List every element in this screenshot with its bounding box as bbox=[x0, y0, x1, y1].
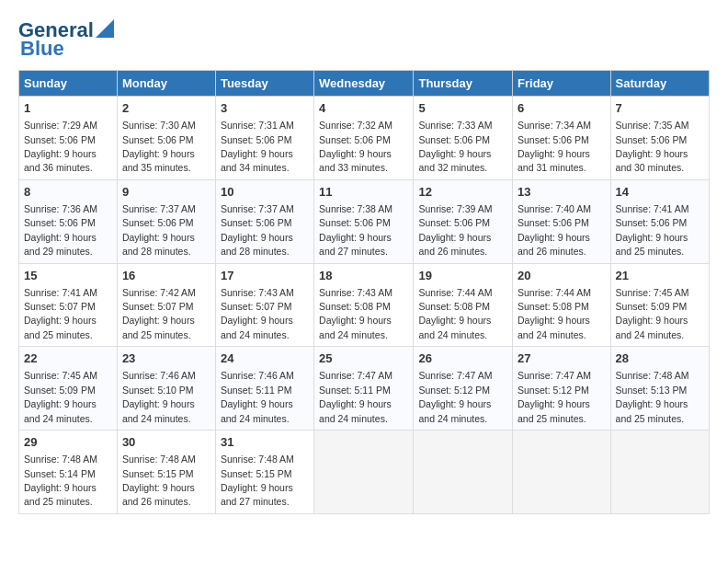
day-cell: 23Sunrise: 7:46 AM Sunset: 5:10 PM Dayli… bbox=[117, 347, 215, 431]
col-header-thursday: Thursday bbox=[414, 71, 513, 97]
day-cell bbox=[610, 431, 709, 514]
day-number: 30 bbox=[122, 434, 210, 451]
col-header-friday: Friday bbox=[513, 71, 611, 97]
day-info: Sunrise: 7:46 AM Sunset: 5:10 PM Dayligh… bbox=[122, 370, 196, 423]
col-header-saturday: Saturday bbox=[610, 71, 709, 97]
day-number: 6 bbox=[518, 100, 606, 117]
day-info: Sunrise: 7:43 AM Sunset: 5:07 PM Dayligh… bbox=[221, 287, 294, 340]
day-info: Sunrise: 7:43 AM Sunset: 5:08 PM Dayligh… bbox=[319, 287, 392, 340]
day-number: 16 bbox=[122, 268, 210, 284]
day-cell: 28Sunrise: 7:48 AM Sunset: 5:13 PM Dayli… bbox=[610, 347, 709, 431]
week-row-1: 1Sunrise: 7:29 AM Sunset: 5:06 PM Daylig… bbox=[19, 97, 710, 180]
day-info: Sunrise: 7:46 AM Sunset: 5:11 PM Dayligh… bbox=[221, 370, 294, 423]
day-number: 1 bbox=[24, 100, 112, 117]
day-number: 19 bbox=[418, 268, 507, 284]
day-cell: 10Sunrise: 7:37 AM Sunset: 5:06 PM Dayli… bbox=[215, 179, 313, 263]
day-cell: 17Sunrise: 7:43 AM Sunset: 5:07 PM Dayli… bbox=[215, 263, 313, 347]
day-info: Sunrise: 7:33 AM Sunset: 5:06 PM Dayligh… bbox=[418, 120, 492, 173]
day-number: 12 bbox=[418, 184, 507, 201]
day-number: 21 bbox=[616, 268, 704, 284]
day-cell: 9Sunrise: 7:37 AM Sunset: 5:06 PM Daylig… bbox=[117, 179, 215, 263]
day-number: 20 bbox=[518, 268, 606, 284]
day-info: Sunrise: 7:48 AM Sunset: 5:13 PM Dayligh… bbox=[616, 370, 689, 423]
day-info: Sunrise: 7:48 AM Sunset: 5:14 PM Dayligh… bbox=[24, 454, 97, 507]
day-number: 5 bbox=[418, 100, 507, 117]
header-row: SundayMondayTuesdayWednesdayThursdayFrid… bbox=[19, 71, 710, 97]
day-info: Sunrise: 7:45 AM Sunset: 5:09 PM Dayligh… bbox=[24, 370, 97, 423]
day-info: Sunrise: 7:38 AM Sunset: 5:06 PM Dayligh… bbox=[319, 203, 392, 257]
day-info: Sunrise: 7:48 AM Sunset: 5:15 PM Dayligh… bbox=[221, 454, 294, 507]
day-cell: 1Sunrise: 7:29 AM Sunset: 5:06 PM Daylig… bbox=[19, 97, 118, 180]
day-cell: 7Sunrise: 7:35 AM Sunset: 5:06 PM Daylig… bbox=[610, 97, 709, 180]
day-cell: 22Sunrise: 7:45 AM Sunset: 5:09 PM Dayli… bbox=[19, 347, 118, 431]
day-number: 3 bbox=[221, 100, 309, 117]
day-cell: 4Sunrise: 7:32 AM Sunset: 5:06 PM Daylig… bbox=[314, 97, 414, 180]
col-header-wednesday: Wednesday bbox=[314, 71, 414, 97]
day-number: 24 bbox=[221, 350, 309, 367]
day-cell: 30Sunrise: 7:48 AM Sunset: 5:15 PM Dayli… bbox=[117, 431, 215, 514]
day-cell: 18Sunrise: 7:43 AM Sunset: 5:08 PM Dayli… bbox=[314, 263, 414, 347]
day-cell: 31Sunrise: 7:48 AM Sunset: 5:15 PM Dayli… bbox=[215, 431, 313, 514]
day-info: Sunrise: 7:30 AM Sunset: 5:06 PM Dayligh… bbox=[122, 120, 196, 173]
day-number: 26 bbox=[418, 350, 507, 367]
day-cell: 15Sunrise: 7:41 AM Sunset: 5:07 PM Dayli… bbox=[19, 263, 118, 347]
day-cell: 21Sunrise: 7:45 AM Sunset: 5:09 PM Dayli… bbox=[610, 263, 709, 347]
day-info: Sunrise: 7:39 AM Sunset: 5:06 PM Dayligh… bbox=[418, 203, 492, 257]
logo-blue: Blue bbox=[20, 37, 64, 61]
day-info: Sunrise: 7:35 AM Sunset: 5:06 PM Dayligh… bbox=[616, 120, 689, 173]
logo-icon bbox=[96, 19, 114, 38]
day-cell: 27Sunrise: 7:47 AM Sunset: 5:12 PM Dayli… bbox=[513, 347, 611, 431]
day-number: 4 bbox=[319, 100, 408, 117]
day-cell: 20Sunrise: 7:44 AM Sunset: 5:08 PM Dayli… bbox=[513, 263, 611, 347]
day-cell: 25Sunrise: 7:47 AM Sunset: 5:11 PM Dayli… bbox=[314, 347, 414, 431]
day-info: Sunrise: 7:36 AM Sunset: 5:06 PM Dayligh… bbox=[24, 203, 97, 257]
day-number: 11 bbox=[319, 184, 408, 201]
week-row-5: 29Sunrise: 7:48 AM Sunset: 5:14 PM Dayli… bbox=[19, 431, 710, 514]
day-number: 10 bbox=[221, 184, 309, 201]
col-header-monday: Monday bbox=[117, 71, 215, 97]
day-number: 17 bbox=[221, 268, 309, 284]
day-cell: 6Sunrise: 7:34 AM Sunset: 5:06 PM Daylig… bbox=[513, 97, 611, 180]
day-cell bbox=[513, 431, 611, 514]
day-cell bbox=[314, 431, 414, 514]
day-info: Sunrise: 7:41 AM Sunset: 5:06 PM Dayligh… bbox=[616, 203, 689, 257]
week-row-3: 15Sunrise: 7:41 AM Sunset: 5:07 PM Dayli… bbox=[19, 263, 710, 347]
day-cell: 3Sunrise: 7:31 AM Sunset: 5:06 PM Daylig… bbox=[215, 97, 313, 180]
day-cell: 19Sunrise: 7:44 AM Sunset: 5:08 PM Dayli… bbox=[414, 263, 513, 347]
day-cell: 5Sunrise: 7:33 AM Sunset: 5:06 PM Daylig… bbox=[414, 97, 513, 180]
day-cell bbox=[414, 431, 513, 514]
svg-marker-0 bbox=[96, 19, 114, 38]
week-row-4: 22Sunrise: 7:45 AM Sunset: 5:09 PM Dayli… bbox=[19, 347, 710, 431]
week-row-2: 8Sunrise: 7:36 AM Sunset: 5:06 PM Daylig… bbox=[19, 179, 710, 263]
day-cell: 11Sunrise: 7:38 AM Sunset: 5:06 PM Dayli… bbox=[314, 179, 414, 263]
col-header-sunday: Sunday bbox=[19, 71, 118, 97]
day-number: 14 bbox=[616, 184, 704, 201]
day-number: 31 bbox=[221, 434, 309, 451]
day-cell: 24Sunrise: 7:46 AM Sunset: 5:11 PM Dayli… bbox=[215, 347, 313, 431]
day-cell: 8Sunrise: 7:36 AM Sunset: 5:06 PM Daylig… bbox=[19, 179, 118, 263]
page-header: General Blue bbox=[18, 18, 710, 61]
day-number: 28 bbox=[616, 350, 704, 367]
day-info: Sunrise: 7:40 AM Sunset: 5:06 PM Dayligh… bbox=[518, 203, 591, 257]
day-info: Sunrise: 7:44 AM Sunset: 5:08 PM Dayligh… bbox=[418, 287, 492, 340]
day-info: Sunrise: 7:41 AM Sunset: 5:07 PM Dayligh… bbox=[24, 287, 97, 340]
day-number: 2 bbox=[122, 100, 210, 117]
day-cell: 29Sunrise: 7:48 AM Sunset: 5:14 PM Dayli… bbox=[19, 431, 118, 514]
day-cell: 12Sunrise: 7:39 AM Sunset: 5:06 PM Dayli… bbox=[414, 179, 513, 263]
day-info: Sunrise: 7:31 AM Sunset: 5:06 PM Dayligh… bbox=[221, 120, 294, 173]
day-info: Sunrise: 7:37 AM Sunset: 5:06 PM Dayligh… bbox=[221, 203, 294, 257]
day-number: 7 bbox=[616, 100, 704, 117]
day-cell: 16Sunrise: 7:42 AM Sunset: 5:07 PM Dayli… bbox=[117, 263, 215, 347]
day-info: Sunrise: 7:32 AM Sunset: 5:06 PM Dayligh… bbox=[319, 120, 392, 173]
day-info: Sunrise: 7:48 AM Sunset: 5:15 PM Dayligh… bbox=[122, 454, 196, 507]
day-number: 18 bbox=[319, 268, 408, 284]
calendar-table: SundayMondayTuesdayWednesdayThursdayFrid… bbox=[18, 70, 710, 514]
day-number: 27 bbox=[518, 350, 606, 367]
day-info: Sunrise: 7:47 AM Sunset: 5:11 PM Dayligh… bbox=[319, 370, 392, 423]
day-number: 25 bbox=[319, 350, 408, 367]
day-info: Sunrise: 7:37 AM Sunset: 5:06 PM Dayligh… bbox=[122, 203, 196, 257]
day-cell: 14Sunrise: 7:41 AM Sunset: 5:06 PM Dayli… bbox=[610, 179, 709, 263]
day-info: Sunrise: 7:34 AM Sunset: 5:06 PM Dayligh… bbox=[518, 120, 591, 173]
day-info: Sunrise: 7:44 AM Sunset: 5:08 PM Dayligh… bbox=[518, 287, 591, 340]
day-info: Sunrise: 7:29 AM Sunset: 5:06 PM Dayligh… bbox=[24, 120, 97, 173]
